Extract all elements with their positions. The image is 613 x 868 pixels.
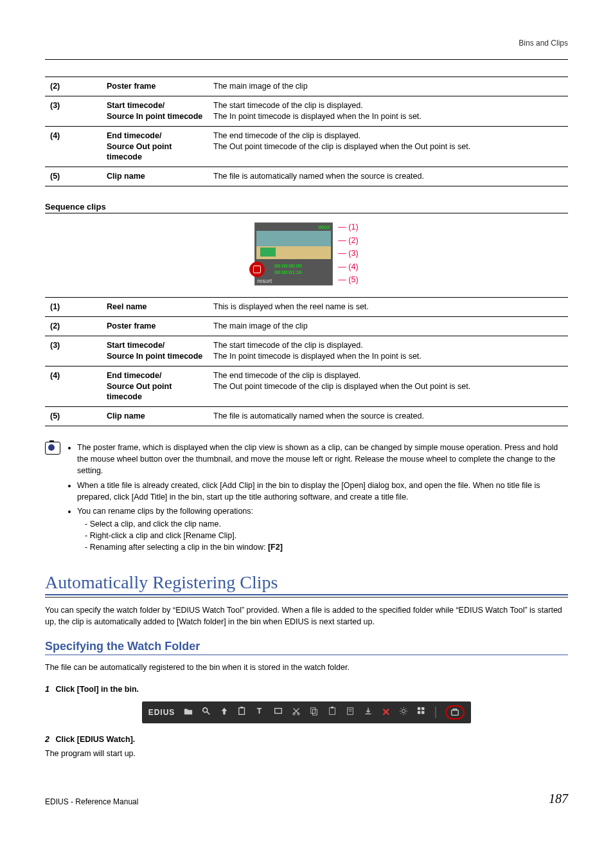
thumbnail-diagram: 0002 00:00:00:00 00:00:01:16 resort (1) … bbox=[45, 222, 568, 285]
svg-point-14 bbox=[402, 710, 405, 713]
svg-text:T: T bbox=[257, 707, 262, 716]
row-label: Clip name bbox=[102, 407, 208, 426]
svg-rect-9 bbox=[330, 708, 335, 715]
row-num: (2) bbox=[45, 77, 102, 96]
callout-1: (1) bbox=[338, 222, 358, 231]
svg-rect-10 bbox=[332, 707, 334, 709]
row-desc: This is displayed when the reel name is … bbox=[208, 298, 568, 317]
svg-point-0 bbox=[203, 708, 208, 712]
step-2-result: The program will start up. bbox=[45, 748, 568, 759]
svg-rect-7 bbox=[311, 708, 315, 714]
view-icon[interactable] bbox=[417, 707, 426, 718]
table-row: (4) End timecode/ Source Out point timec… bbox=[45, 366, 568, 407]
row-label: End timecode/ Source Out point timecode bbox=[102, 366, 208, 407]
step-label: Click [EDIUS Watch]. bbox=[55, 735, 135, 744]
note-block: The poster frame, which is displayed whe… bbox=[45, 442, 568, 556]
callout-2: (2) bbox=[338, 236, 358, 245]
export-icon[interactable] bbox=[364, 707, 373, 718]
delete-icon[interactable]: ✕ bbox=[382, 706, 390, 718]
copy-icon[interactable] bbox=[310, 707, 319, 718]
thumb-reel-name: 0002 bbox=[319, 224, 330, 230]
step-2: 2 Click [EDIUS Watch]. bbox=[45, 735, 568, 744]
row-num: (4) bbox=[45, 126, 102, 167]
row-label: Reel name bbox=[102, 298, 208, 317]
row-num: (1) bbox=[45, 298, 102, 317]
callout-4: (4) bbox=[338, 262, 358, 271]
row-num: (5) bbox=[45, 407, 102, 426]
sequence-badge-icon bbox=[249, 262, 265, 277]
subsection-title: Specifying the Watch Folder bbox=[45, 640, 568, 655]
svg-line-1 bbox=[207, 712, 209, 714]
row-num: (5) bbox=[45, 167, 102, 186]
paste-icon[interactable] bbox=[328, 707, 337, 718]
definitions-table-top: (2) Poster frame The main image of the c… bbox=[45, 77, 568, 186]
step-number: 1 bbox=[45, 685, 49, 694]
step-number: 2 bbox=[45, 735, 49, 744]
clip-thumbnail: 0002 00:00:00:00 00:00:01:16 resort bbox=[254, 222, 333, 285]
thumb-poster-frame bbox=[256, 231, 331, 259]
row-desc: The main image of the clip bbox=[208, 317, 568, 336]
note-subitem: Renaming after selecting a clip in the b… bbox=[85, 541, 568, 553]
sequence-clips-heading: Sequence clips bbox=[45, 202, 568, 213]
thumb-end-tc: 00:00:01:16 bbox=[274, 269, 301, 275]
row-label: Poster frame bbox=[102, 317, 208, 336]
row-num: (4) bbox=[45, 366, 102, 407]
note-subitem: Select a clip, and click the clip name. bbox=[85, 518, 568, 530]
note-icon bbox=[45, 442, 60, 455]
svg-rect-15 bbox=[418, 707, 420, 710]
callout-3: (3) bbox=[338, 249, 358, 258]
settings-icon[interactable] bbox=[399, 707, 408, 718]
step-label: Click [Tool] in the bin. bbox=[55, 685, 139, 694]
row-label: Poster frame bbox=[102, 77, 208, 96]
svg-rect-17 bbox=[418, 711, 420, 714]
svg-rect-18 bbox=[422, 711, 424, 714]
properties-icon[interactable] bbox=[346, 707, 355, 718]
table-row: (2) Poster frame The main image of the c… bbox=[45, 77, 568, 96]
thumb-clip-name: resort bbox=[257, 278, 272, 284]
row-desc: The file is automatically named when the… bbox=[208, 407, 568, 426]
callout-5: (5) bbox=[338, 275, 358, 284]
row-label: Start timecode/ Source In point timecode bbox=[102, 96, 208, 126]
note-bullet: You can rename clips by the following op… bbox=[77, 505, 568, 554]
search-icon[interactable] bbox=[202, 707, 211, 718]
row-label: End timecode/ Source Out point timecode bbox=[102, 126, 208, 167]
note-subitem-text: Renaming after selecting a clip in the b… bbox=[90, 543, 268, 552]
add-clip-icon[interactable] bbox=[238, 707, 247, 718]
row-desc: The end timecode of the clip is displaye… bbox=[208, 366, 568, 407]
svg-rect-8 bbox=[313, 710, 317, 716]
cut-icon[interactable] bbox=[292, 707, 301, 718]
note-bullet-text: You can rename clips by the following op… bbox=[77, 507, 253, 516]
table-row: (2) Poster frame The main image of the c… bbox=[45, 317, 568, 336]
row-num: (3) bbox=[45, 336, 102, 366]
footer-left: EDIUS - Reference Manual bbox=[45, 797, 138, 806]
row-num: (3) bbox=[45, 96, 102, 126]
definitions-table-sequence: (1) Reel name This is displayed when the… bbox=[45, 297, 568, 426]
toolbar-separator bbox=[435, 707, 436, 718]
note-subitem: Right-click a clip and click [Rename Cli… bbox=[85, 530, 568, 541]
subsection-body: The file can be automatically registered… bbox=[45, 662, 568, 673]
table-row: (5) Clip name The file is automatically … bbox=[45, 407, 568, 426]
row-desc: The main image of the clip bbox=[208, 77, 568, 96]
header-section-label: Bins and Clips bbox=[45, 39, 568, 48]
note-subitem-key: [F2] bbox=[268, 543, 283, 552]
up-icon[interactable] bbox=[220, 707, 229, 718]
section-title: Automatically Registering Clips bbox=[45, 572, 568, 595]
header-rule bbox=[45, 59, 568, 60]
bin-toolbar: EDIUS T ✕ bbox=[142, 701, 472, 723]
svg-rect-4 bbox=[275, 709, 282, 714]
page-number: 187 bbox=[549, 791, 568, 806]
note-bullet: The poster frame, which is displayed whe… bbox=[77, 442, 568, 476]
note-list: The poster frame, which is displayed whe… bbox=[66, 442, 568, 556]
svg-rect-2 bbox=[239, 708, 245, 715]
new-clip-icon[interactable] bbox=[274, 707, 283, 718]
svg-rect-19 bbox=[452, 710, 459, 715]
tool-button[interactable] bbox=[445, 705, 465, 719]
row-label: Start timecode/ Source In point timecode bbox=[102, 336, 208, 366]
table-row: (3) Start timecode/ Source In point time… bbox=[45, 96, 568, 126]
table-row: (1) Reel name This is displayed when the… bbox=[45, 298, 568, 317]
folder-icon[interactable] bbox=[184, 707, 193, 718]
add-title-icon[interactable]: T bbox=[256, 707, 265, 718]
row-desc: The file is automatically named when the… bbox=[208, 167, 568, 186]
section-body: You can specify the watch folder by “EDI… bbox=[45, 604, 568, 628]
row-desc: The start timecode of the clip is displa… bbox=[208, 96, 568, 126]
